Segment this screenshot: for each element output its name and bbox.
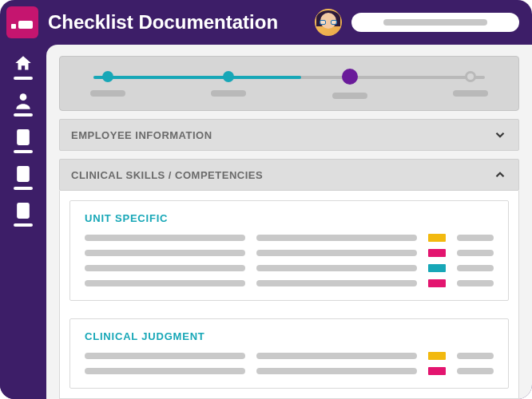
step-4[interactable]	[447, 71, 494, 99]
sidebar	[0, 45, 46, 399]
topbar: Checklist Documentation	[0, 0, 532, 45]
table-row[interactable]	[85, 279, 494, 287]
nav-doc-1-icon[interactable]	[12, 126, 34, 148]
status-badge	[428, 367, 446, 375]
status-badge	[428, 264, 446, 272]
svg-rect-3	[18, 203, 29, 217]
nav-doc-3-icon[interactable]	[12, 200, 34, 222]
svg-rect-1	[18, 130, 29, 144]
nav-profile-icon[interactable]	[12, 89, 34, 112]
table-row[interactable]	[85, 352, 494, 360]
chevron-up-icon	[493, 168, 507, 182]
section-clinical-skills[interactable]: CLINICAL SKILLS / COMPETENCIES	[59, 159, 519, 191]
app-logo-icon[interactable]	[6, 6, 38, 38]
panel-title: CLINICAL JUDGMENT	[85, 330, 494, 342]
section-employee-information[interactable]: EMPLOYEE INFORMATION	[59, 119, 519, 151]
search-input[interactable]	[351, 13, 519, 32]
step-3-current[interactable]	[326, 71, 374, 99]
table-row[interactable]	[85, 249, 494, 257]
body: EMPLOYEE INFORMATION CLINICAL SKILLS / C…	[0, 45, 532, 399]
main-content: EMPLOYEE INFORMATION CLINICAL SKILLS / C…	[46, 45, 532, 399]
app-window: Checklist Documentation	[0, 0, 532, 399]
panel-unit-specific: UNIT SPECIFIC	[69, 200, 509, 301]
status-badge	[428, 249, 446, 257]
user-avatar[interactable]	[315, 9, 342, 36]
nav-home-icon[interactable]	[12, 53, 34, 75]
step-2[interactable]	[204, 71, 252, 99]
chevron-down-icon	[493, 128, 507, 142]
nav-doc-2-icon[interactable]	[12, 163, 34, 185]
panel-clinical-judgment: CLINICAL JUDGMENT	[69, 318, 509, 389]
status-badge	[428, 352, 446, 360]
table-row[interactable]	[85, 367, 494, 375]
status-badge	[428, 279, 446, 287]
table-row[interactable]	[85, 264, 494, 272]
section-clinical-skills-body: UNIT SPECIFIC	[59, 191, 519, 399]
panel-title: UNIT SPECIFIC	[85, 212, 494, 224]
step-1[interactable]	[84, 71, 132, 99]
page-title: Checklist Documentation	[48, 11, 278, 34]
progress-stepper	[59, 56, 519, 111]
svg-rect-2	[18, 167, 29, 180]
section-header-label: EMPLOYEE INFORMATION	[71, 129, 212, 141]
section-header-label: CLINICAL SKILLS / COMPETENCIES	[71, 169, 263, 181]
table-row[interactable]	[85, 234, 494, 242]
status-badge	[428, 234, 446, 242]
svg-point-0	[20, 93, 27, 101]
